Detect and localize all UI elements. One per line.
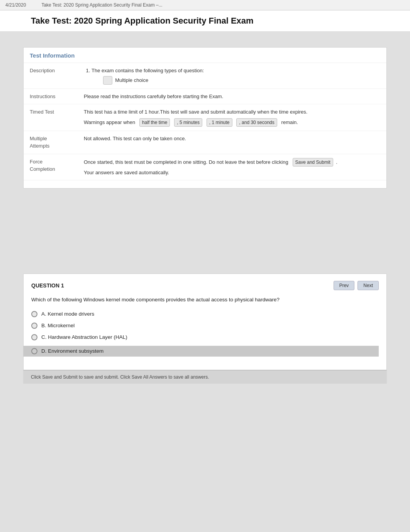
browser-date: 4/21/2020 bbox=[5, 2, 26, 8]
test-information-heading: Test Information bbox=[24, 48, 386, 63]
description-row: Description The exam contains the follow… bbox=[24, 63, 386, 88]
answer-label-c: C. Hardware Abstraction Layer (HAL) bbox=[41, 334, 127, 340]
question-controls: Prev Next bbox=[334, 281, 379, 290]
description-value: The exam contains the following types of… bbox=[78, 63, 386, 88]
answer-label-d: D. Environment subsystem bbox=[41, 348, 103, 354]
multiple-choice-button bbox=[103, 76, 112, 85]
force-completion-line1: Once started, this test must be complete… bbox=[84, 158, 380, 167]
timed-test-value: This test has a time limit of 1 hour.Thi… bbox=[78, 104, 386, 131]
question-text: Which of the following Windows kernel mo… bbox=[31, 296, 379, 304]
browser-bar: 4/21/2020 Take Test: 2020 Spring Applica… bbox=[0, 0, 410, 10]
radio-d[interactable] bbox=[31, 348, 37, 354]
multiple-choice-label: Multiple choice bbox=[103, 76, 380, 85]
top-spacer bbox=[23, 36, 387, 47]
answer-label-b: B. Microkernel bbox=[41, 323, 75, 328]
footer-bar: Click Save and Submit to save and submit… bbox=[23, 370, 387, 384]
outer-wrapper: Test Information Description The exam co… bbox=[0, 32, 410, 532]
question-number: QUESTION 1 bbox=[31, 282, 64, 289]
instructions-value: Please read the instructions carefully b… bbox=[78, 88, 386, 104]
radio-b[interactable] bbox=[31, 323, 37, 329]
instructions-label: Instructions bbox=[24, 88, 78, 104]
answer-option-c: C. Hardware Abstraction Layer (HAL) bbox=[31, 334, 379, 340]
one-min-btn: , 1 minute bbox=[207, 118, 232, 127]
multiple-attempts-value: Not allowed. This test can only be taken… bbox=[78, 131, 386, 154]
question-panel: QUESTION 1 Prev Next Which of the follow… bbox=[23, 274, 387, 370]
timed-test-warnings: Warnings appear when half the time , 5 m… bbox=[84, 118, 380, 127]
footer-text: Click Save and Submit to save and submit… bbox=[31, 374, 209, 380]
answer-option-d: D. Environment subsystem bbox=[24, 346, 379, 357]
answer-label-a: A. Kernel mode drivers bbox=[41, 311, 94, 317]
answer-option-a: A. Kernel mode drivers bbox=[31, 311, 379, 317]
timed-test-row: Timed Test This test has a time limit of… bbox=[24, 104, 386, 131]
page-title: Take Test: 2020 Spring Application Secur… bbox=[31, 16, 254, 25]
test-information-panel: Test Information Description The exam co… bbox=[23, 47, 387, 189]
big-spacer bbox=[23, 196, 387, 274]
timed-test-line1: This test has a time limit of 1 hour.Thi… bbox=[84, 108, 380, 116]
force-completion-row: ForceCompletion Once started, this test … bbox=[24, 154, 386, 180]
save-submit-inline-btn[interactable]: Save and Submit bbox=[293, 158, 333, 167]
question-header: QUESTION 1 Prev Next bbox=[31, 281, 379, 290]
instructions-row: Instructions Please read the instruction… bbox=[24, 88, 386, 104]
timed-test-label: Timed Test bbox=[24, 104, 78, 131]
radio-c[interactable] bbox=[31, 334, 37, 340]
desc-item-1: The exam contains the following types of… bbox=[91, 67, 380, 75]
multiple-attempts-row: MultipleAttempts Not allowed. This test … bbox=[24, 131, 386, 154]
five-min-btn: , 5 minutes bbox=[174, 118, 202, 127]
force-completion-value: Once started, this test must be complete… bbox=[78, 154, 386, 180]
radio-a[interactable] bbox=[31, 311, 37, 317]
prev-button[interactable]: Prev bbox=[334, 281, 355, 290]
info-table: Description The exam contains the follow… bbox=[24, 63, 386, 180]
next-button[interactable]: Next bbox=[357, 281, 379, 290]
thirty-sec-btn: , and 30 seconds bbox=[236, 118, 277, 127]
browser-tab-title: Take Test: 2020 Spring Application Secur… bbox=[41, 2, 162, 8]
half-time-btn: half the time bbox=[139, 118, 170, 127]
force-completion-label: ForceCompletion bbox=[24, 154, 78, 180]
multiple-attempts-label: MultipleAttempts bbox=[24, 131, 78, 154]
page-title-bar: Take Test: 2020 Spring Application Secur… bbox=[0, 10, 410, 32]
answer-option-b: B. Microkernel bbox=[31, 323, 379, 329]
remain-label: remain. bbox=[281, 119, 298, 125]
force-completion-line2: Your answers are saved automatically. bbox=[84, 169, 380, 177]
description-label: Description bbox=[24, 63, 78, 88]
